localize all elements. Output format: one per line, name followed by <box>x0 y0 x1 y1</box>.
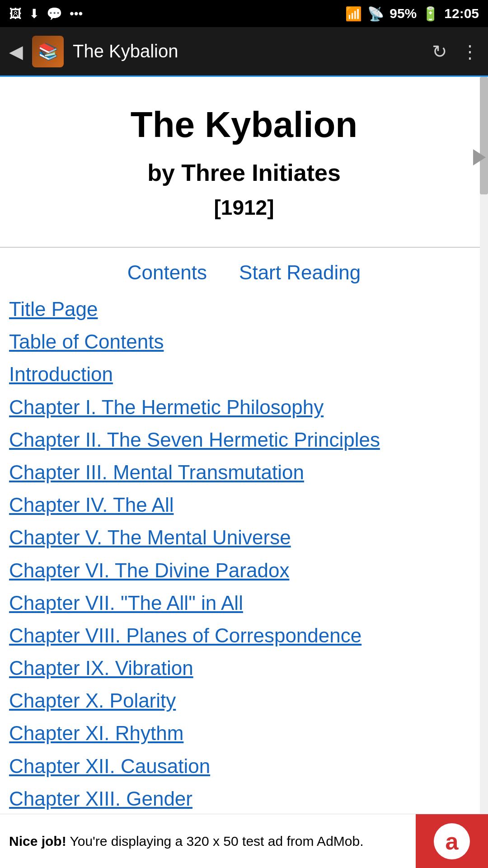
toc-chapter-1[interactable]: Chapter I. The Hermetic Philosophy <box>9 391 479 424</box>
whatsapp-icon: 💬 <box>47 6 62 21</box>
start-reading-link[interactable]: Start Reading <box>239 261 361 283</box>
download-icon: ⬇ <box>29 6 39 21</box>
admob-logo-icon: a <box>434 823 470 859</box>
more-menu-button[interactable]: ⋮ <box>461 41 479 62</box>
toc-chapter-3[interactable]: Chapter III. Mental Transmutation <box>9 456 479 489</box>
toc-chapter-6[interactable]: Chapter VI. The Divine Paradox <box>9 554 479 587</box>
scrollbar-thumb[interactable] <box>480 77 488 194</box>
app-bar: ◀ 📚 The Kybalion ↻ ⋮ <box>0 27 488 77</box>
status-bar: 🖼 ⬇ 💬 ••• 📶 📡 95% 🔋 12:05 <box>0 0 488 27</box>
admob-icon-section: a <box>416 814 488 868</box>
status-left-icons: 🖼 ⬇ 💬 ••• <box>9 6 83 21</box>
book-header: The Kybalion by Three Initiates [1912] <box>0 77 488 248</box>
toc-chapter-11[interactable]: Chapter XI. Rhythm <box>9 717 479 750</box>
book-author: by Three Initiates <box>18 159 470 186</box>
toc-chapter-9[interactable]: Chapter IX. Vibration <box>9 652 479 684</box>
toc-chapter-7[interactable]: Chapter VII. "The All" in All <box>9 587 479 619</box>
ad-message: You're displaying a 320 x 50 test ad fro… <box>70 834 363 849</box>
book-title: The Kybalion <box>18 104 470 146</box>
signal-icon: 📡 <box>367 6 384 22</box>
status-right-icons: 📶 📡 95% 🔋 12:05 <box>345 6 479 22</box>
toc-chapter-13[interactable]: Chapter XIII. Gender <box>9 783 479 815</box>
toc-chapter-2[interactable]: Chapter II. The Seven Hermetic Principle… <box>9 424 479 456</box>
scroll-indicator-icon <box>473 149 486 165</box>
scrollbar[interactable] <box>480 77 488 836</box>
battery-text: 95% <box>389 6 417 21</box>
toc-list: Title Page Table of Contents Introductio… <box>0 288 488 824</box>
nav-links: Contents Start Reading <box>0 248 488 288</box>
ad-banner: Nice job! You're displaying a 320 x 50 t… <box>0 814 488 868</box>
wifi-icon: 📶 <box>345 6 362 22</box>
main-content: The Kybalion by Three Initiates [1912] C… <box>0 77 488 824</box>
toc-introduction[interactable]: Introduction <box>9 358 479 391</box>
photo-icon: 🖼 <box>9 6 22 21</box>
ad-text: Nice job! You're displaying a 320 x 50 t… <box>0 829 416 854</box>
toc-chapter-4[interactable]: Chapter IV. The All <box>9 489 479 521</box>
book-cover-icon: 📚 <box>32 36 64 67</box>
clock: 12:05 <box>444 6 479 21</box>
back-icon[interactable]: ◀ <box>9 41 23 62</box>
toc-chapter-10[interactable]: Chapter X. Polarity <box>9 684 479 717</box>
toc-chapter-12[interactable]: Chapter XII. Causation <box>9 750 479 783</box>
app-bar-title: The Kybalion <box>73 41 423 61</box>
ad-nice-job: Nice job! <box>9 834 66 849</box>
app-bar-actions: ↻ ⋮ <box>432 41 479 62</box>
toc-chapter-5[interactable]: Chapter V. The Mental Universe <box>9 521 479 554</box>
refresh-button[interactable]: ↻ <box>432 41 447 62</box>
toc-table-of-contents[interactable]: Table of Contents <box>9 326 479 358</box>
toc-chapter-8[interactable]: Chapter VIII. Planes of Correspondence <box>9 619 479 652</box>
toc-title-page[interactable]: Title Page <box>9 293 479 326</box>
book-year: [1912] <box>18 195 470 220</box>
contents-link[interactable]: Contents <box>127 261 207 283</box>
more-icon: ••• <box>70 6 83 21</box>
battery-icon: 🔋 <box>422 6 439 22</box>
